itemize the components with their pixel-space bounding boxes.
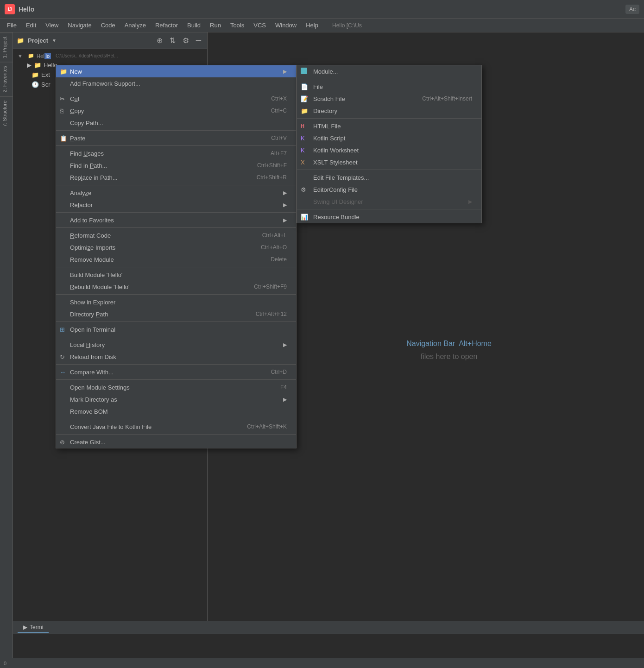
submenu-swing-ui: Swing UI Designer ▶: [297, 195, 481, 208]
project-settings-btn[interactable]: ⚙: [180, 35, 191, 46]
menu-navigate[interactable]: Navigate: [63, 20, 96, 31]
menu-file[interactable]: File: [2, 20, 21, 31]
ctx-rebuild-module[interactable]: Rebuild Module 'Hello' Ctrl+Shift+F9: [56, 281, 296, 293]
ctx-paste-label: Paste: [70, 135, 262, 142]
submenu-swing-arrow: ▶: [468, 199, 472, 205]
top-right-button[interactable]: Ac: [625, 5, 639, 14]
ctx-compare-with[interactable]: ↔ Compare With... Ctrl+D: [56, 366, 296, 378]
submenu-editorconfig[interactable]: ⚙ EditorConfig File: [297, 183, 481, 195]
submenu-scratch-shortcut: Ctrl+Alt+Shift+Insert: [422, 95, 472, 102]
ctx-add-favorites[interactable]: Add to Favorites ▶: [56, 214, 296, 226]
ctx-paste[interactable]: 📋 Paste Ctrl+V: [56, 132, 296, 144]
ctx-cut-label: Cut: [70, 95, 262, 102]
ctx-remove-module-label: Remove Module: [70, 256, 261, 263]
menu-run[interactable]: Run: [205, 20, 226, 31]
github-icon: ⊚: [60, 439, 65, 446]
submenu-kotlin-worksheet[interactable]: K Kotlin Worksheet: [297, 144, 481, 156]
ctx-find-in-path-shortcut: Ctrl+Shift+F: [257, 162, 287, 169]
ctx-module-settings-label: Open Module Settings: [70, 384, 271, 391]
reload-icon: ↻: [60, 353, 65, 360]
submenu-xslt[interactable]: X XSLT Stylesheet: [297, 156, 481, 168]
menu-window[interactable]: Window: [271, 20, 301, 31]
project-add-btn[interactable]: ⊕: [154, 35, 165, 46]
submenu-kotlin-worksheet-label: Kotlin Worksheet: [313, 147, 359, 154]
status-bar: 0: [0, 658, 644, 668]
submenu-html[interactable]: H HTML File: [297, 120, 481, 132]
ctx-optimize-shortcut: Ctrl+Alt+O: [261, 244, 287, 251]
menu-analyze[interactable]: Analyze: [120, 20, 151, 31]
ctx-directory-path-shortcut: Ctrl+Alt+F12: [256, 311, 287, 317]
ctx-mark-directory[interactable]: Mark Directory as ▶: [56, 393, 296, 405]
ctx-cut[interactable]: ✂ Cut Ctrl+X: [56, 93, 296, 105]
submenu-module-label: Module...: [313, 68, 338, 75]
ctx-show-explorer[interactable]: Show in Explorer: [56, 296, 296, 308]
ctx-sep-2: [56, 130, 296, 131]
submenu-resource-bundle[interactable]: 📊 Resource Bundle: [297, 211, 481, 223]
ctx-add-framework[interactable]: Add Framework Support...: [56, 77, 296, 89]
ctx-directory-path-label: Directory Path: [70, 311, 246, 318]
ctx-module-settings[interactable]: Open Module Settings F4: [56, 381, 296, 393]
project-minimize-btn[interactable]: ─: [194, 35, 203, 46]
ctx-refactor[interactable]: Refactor ▶: [56, 199, 296, 211]
menu-code[interactable]: Code: [96, 20, 120, 31]
sidebar-item-favorites[interactable]: 2: Favorites: [0, 62, 13, 96]
ctx-build-module-label: Build Module 'Hello': [70, 271, 287, 278]
ctx-analyze[interactable]: Analyze ▶: [56, 187, 296, 199]
submenu-module[interactable]: Module...: [297, 65, 481, 77]
ctx-refactor-arrow: ▶: [283, 202, 287, 208]
sidebar-item-project[interactable]: 1: Project: [0, 32, 13, 62]
ctx-convert-kotlin[interactable]: Convert Java File to Kotlin File Ctrl+Al…: [56, 421, 296, 433]
menu-tools[interactable]: Tools: [226, 20, 249, 31]
project-sort-btn[interactable]: ⇅: [167, 35, 178, 46]
menu-build[interactable]: Build: [183, 20, 205, 31]
ctx-open-terminal[interactable]: ⊞ Open in Terminal: [56, 323, 296, 335]
ctx-local-history[interactable]: Local History ▶: [56, 339, 296, 351]
menu-vcs[interactable]: VCS: [249, 20, 271, 31]
sidebar-item-structure[interactable]: 7: Structure: [0, 96, 13, 131]
ctx-directory-path[interactable]: Directory Path Ctrl+Alt+F12: [56, 308, 296, 320]
sub-sep-2: [297, 118, 481, 119]
ctx-compare-shortcut: Ctrl+D: [271, 369, 287, 375]
ctx-reformat-code[interactable]: Reformat Code Ctrl+Alt+L: [56, 229, 296, 241]
ctx-sep-12: [56, 379, 296, 380]
submenu-file[interactable]: 📄 File: [297, 81, 481, 93]
ctx-copy-path[interactable]: Copy Path...: [56, 117, 296, 129]
submenu-edit-templates[interactable]: Edit File Templates...: [297, 171, 481, 183]
ctx-analyze-label: Analyze: [70, 189, 283, 196]
menu-refactor[interactable]: Refactor: [151, 20, 183, 31]
ctx-paste-shortcut: Ctrl+V: [271, 135, 287, 141]
menu-project-path: Hello [C:\Us: [328, 20, 366, 31]
ctx-find-usages-shortcut: Alt+F7: [271, 150, 287, 157]
terminal-icon: ⊞: [60, 326, 65, 333]
left-sidebar-tabs: 1: Project 2: Favorites 7: Structure: [0, 32, 13, 658]
submenu-new: Module... 📄 File 📝 Scratch File Ctrl+Alt…: [297, 65, 482, 223]
submenu-directory[interactable]: 📁 Directory: [297, 105, 481, 117]
submenu-kotlin-script-label: Kotlin Script: [313, 135, 345, 142]
ctx-remove-module[interactable]: Remove Module Delete: [56, 253, 296, 265]
ctx-build-module[interactable]: Build Module 'Hello': [56, 269, 296, 281]
ctx-remove-bom[interactable]: Remove BOM: [56, 405, 296, 417]
menu-view[interactable]: View: [41, 20, 63, 31]
ctx-replace-in-path[interactable]: Replace in Path... Ctrl+Shift+R: [56, 171, 296, 183]
ctx-optimize-imports[interactable]: Optimize Imports Ctrl+Alt+O: [56, 241, 296, 253]
terminal-tab-item[interactable]: ▶ Termi: [18, 622, 49, 633]
ctx-sep-3: [56, 145, 296, 146]
submenu-scratch[interactable]: 📝 Scratch File Ctrl+Alt+Shift+Insert: [297, 93, 481, 105]
ctx-reload-disk[interactable]: ↻ Reload from Disk: [56, 351, 296, 363]
compare-icon: ↔: [60, 369, 66, 376]
ctx-copy-shortcut: Ctrl+C: [271, 107, 287, 114]
menu-edit[interactable]: Edit: [21, 20, 41, 31]
submenu-kotlin-script[interactable]: K Kotlin Script: [297, 132, 481, 144]
menu-help[interactable]: Help: [301, 20, 323, 31]
ctx-create-gist[interactable]: ⊚ Create Gist...: [56, 436, 296, 448]
ctx-reload-disk-label: Reload from Disk: [70, 353, 287, 360]
ctx-find-usages[interactable]: Find Usages Alt+F7: [56, 147, 296, 159]
ctx-copy[interactable]: ⎘ Copy Ctrl+C: [56, 105, 296, 117]
submenu-edit-templates-label: Edit File Templates...: [313, 174, 369, 181]
ctx-module-settings-shortcut: F4: [280, 384, 287, 391]
ctx-new[interactable]: 📁 New ▶: [56, 65, 296, 77]
ctx-mark-directory-arrow: ▶: [283, 397, 287, 403]
ctx-find-in-path[interactable]: Find in Path... Ctrl+Shift+F: [56, 159, 296, 171]
ctx-optimize-label: Optimize Imports: [70, 244, 252, 251]
tree-arrow: ▶: [27, 62, 32, 69]
